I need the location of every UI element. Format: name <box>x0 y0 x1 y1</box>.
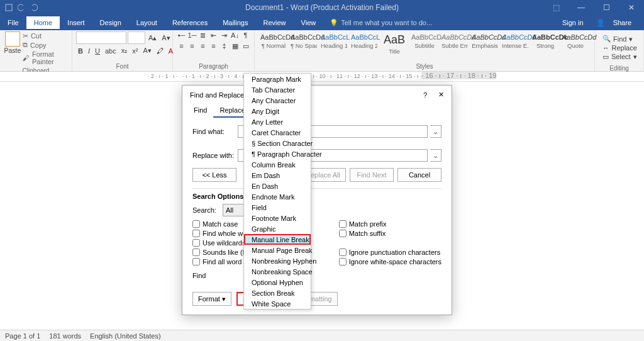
bold-button[interactable]: B <box>76 47 85 55</box>
opt-ignore-punct[interactable]: Ignore punctuation characters <box>339 249 441 256</box>
style-heading2[interactable]: AaBbCcLHeading 2 <box>349 31 379 59</box>
minimize-button[interactable]: — <box>569 3 594 12</box>
dialog-close-button[interactable]: ✕ <box>438 91 444 99</box>
style-subtitle[interactable]: AaBbCcDSubtitle <box>409 31 440 59</box>
style-emphasis[interactable]: AaBbCcDdEmphasis <box>470 31 500 59</box>
line-spacing-button[interactable]: ‡ <box>219 42 229 50</box>
bullets-button[interactable]: •─ <box>177 31 186 40</box>
tab-design[interactable]: Design <box>92 16 129 29</box>
style-heading1[interactable]: AaBbCcLHeading 1 <box>319 31 349 59</box>
special-item-manual-line-break[interactable]: Manual Line Break <box>244 234 311 245</box>
undo-icon[interactable] <box>18 4 25 11</box>
sign-in-button[interactable]: Sign in <box>556 16 590 30</box>
dialog-tab-find[interactable]: Find <box>187 104 213 118</box>
style-no-spacing[interactable]: AaBbCcDd¶ No Spac... <box>289 31 319 59</box>
special-item-paragraph-character[interactable]: ¶ Paragraph Character <box>244 148 311 159</box>
special-item-em-dash[interactable]: Em Dash <box>244 170 311 181</box>
special-item-section-break[interactable]: Section Break <box>244 288 311 298</box>
styles-gallery[interactable]: AaBbCcDd¶ Normal AaBbCcDd¶ No Spac... Aa… <box>258 31 591 59</box>
special-item-paragraph-mark[interactable]: Paragraph Mark <box>244 74 311 84</box>
highlight-button[interactable]: 🖍 <box>155 47 165 55</box>
superscript-button[interactable]: x² <box>130 47 140 55</box>
special-item-graphic[interactable]: Graphic <box>244 223 311 234</box>
special-item-field[interactable]: Field <box>244 202 311 213</box>
status-words[interactable]: 181 words <box>49 332 81 340</box>
status-language[interactable]: English (United States) <box>90 332 161 340</box>
horizontal-ruler[interactable]: · 2 · ı · 1 · ı · · ı · 1 · ı · 2 · ı · … <box>0 72 644 82</box>
special-item-any-letter[interactable]: Any Letter <box>244 116 311 127</box>
special-item-caret-character[interactable]: Caret Character <box>244 127 311 138</box>
text-effects-button[interactable]: A▾ <box>141 47 153 55</box>
opt-match-prefix[interactable]: Match prefix <box>339 220 441 228</box>
cut-button[interactable]: ✂ Cut <box>23 31 68 40</box>
style-subtle-em[interactable]: AaBbCcDdSubtle Em... <box>440 31 470 59</box>
copy-button[interactable]: ⧉ Copy <box>23 40 68 50</box>
shading-button[interactable]: ▦ <box>230 42 240 50</box>
tab-view[interactable]: View <box>294 16 324 29</box>
justify-button[interactable]: ≡ <box>209 42 218 50</box>
special-item-nonbreaking-hyphen[interactable]: Nonbreaking Hyphen <box>244 255 311 266</box>
opt-match-suffix[interactable]: Match suffix <box>339 230 441 237</box>
less-button[interactable]: << Less <box>192 168 236 182</box>
borders-button[interactable]: ▭ <box>241 42 250 50</box>
tab-insert[interactable]: Insert <box>60 16 92 29</box>
tab-review[interactable]: Review <box>256 16 294 29</box>
special-item-column-break[interactable]: Column Break <box>244 159 311 170</box>
save-icon[interactable] <box>5 4 13 11</box>
find-what-dropdown[interactable]: ⌄ <box>430 125 441 138</box>
font-size-select[interactable] <box>128 31 145 44</box>
decrease-indent-button[interactable]: ⇤ <box>209 31 218 40</box>
special-item-footnote-mark[interactable]: Footnote Mark <box>244 213 311 223</box>
tab-home[interactable]: Home <box>26 16 60 29</box>
ribbon-options-icon[interactable]: ⬚ <box>543 3 569 12</box>
subscript-button[interactable]: x₂ <box>119 47 130 55</box>
tab-mailings[interactable]: Mailings <box>215 16 255 29</box>
special-item-optional-hyphen[interactable]: Optional Hyphen <box>244 277 311 288</box>
special-item-nonbreaking-space[interactable]: Nonbreaking Space <box>244 266 311 277</box>
find-button[interactable]: 🔍 Find ▾ <box>602 34 636 43</box>
numbering-button[interactable]: 1─ <box>187 31 197 40</box>
special-item-section-character[interactable]: § Section Character <box>244 138 311 148</box>
align-right-button[interactable]: ≡ <box>198 42 208 50</box>
style-normal[interactable]: AaBbCcDd¶ Normal <box>258 31 289 59</box>
special-item-any-character[interactable]: Any Character <box>244 95 311 106</box>
tab-file[interactable]: File <box>0 16 26 29</box>
grow-font-button[interactable]: A▴ <box>147 34 158 42</box>
special-item-white-space[interactable]: White Space <box>244 298 311 309</box>
share-button[interactable]: 👤 Share <box>590 16 644 30</box>
align-center-button[interactable]: ≡ <box>187 42 197 50</box>
status-page[interactable]: Page 1 of 1 <box>5 332 40 340</box>
select-button[interactable]: ▭ Select ▾ <box>602 52 636 61</box>
special-item-endnote-mark[interactable]: Endnote Mark <box>244 191 311 202</box>
italic-button[interactable]: I <box>86 47 92 55</box>
increase-indent-button[interactable]: ⇥ <box>219 31 229 40</box>
opt-ignore-space[interactable]: Ignore white-space characters <box>339 258 441 266</box>
style-intense-em[interactable]: AaBbCcDdIntense E... <box>500 31 530 59</box>
close-button[interactable]: ✕ <box>619 3 644 12</box>
multilevel-button[interactable]: ≣ <box>198 31 208 40</box>
strike-button[interactable]: abc <box>103 47 118 55</box>
font-name-select[interactable] <box>76 31 126 44</box>
replace-with-dropdown[interactable]: ⌄ <box>430 149 441 162</box>
format-button[interactable]: Format ▾ <box>192 292 231 306</box>
paste-button[interactable]: Paste <box>4 31 21 66</box>
style-strong[interactable]: AaBbCcDcStrong <box>530 31 560 59</box>
dialog-help-button[interactable]: ? <box>423 91 427 99</box>
special-item-tab-character[interactable]: Tab Character <box>244 84 311 95</box>
special-item-en-dash[interactable]: En Dash <box>244 181 311 191</box>
shrink-font-button[interactable]: A▾ <box>160 34 172 42</box>
replace-button[interactable]: ↔ Replace <box>602 43 636 52</box>
tab-references[interactable]: References <box>165 16 215 29</box>
align-left-button[interactable]: ≡ <box>177 42 186 50</box>
show-marks-button[interactable]: ¶ <box>241 31 250 40</box>
special-item-any-digit[interactable]: Any Digit <box>244 106 311 116</box>
maximize-button[interactable]: ☐ <box>594 3 619 12</box>
tab-layout[interactable]: Layout <box>129 16 165 29</box>
tell-me-search[interactable]: 💡 Tell me what you want to do... <box>330 19 432 27</box>
sort-button[interactable]: A↓ <box>230 31 240 40</box>
find-next-button[interactable]: Find Next <box>350 168 394 182</box>
redo-icon[interactable] <box>30 4 38 11</box>
format-painter-button[interactable]: 🖌 Format Painter <box>23 50 68 66</box>
style-quote[interactable]: AaBbCcDdQuote <box>560 31 591 59</box>
underline-button[interactable]: U <box>93 47 102 55</box>
